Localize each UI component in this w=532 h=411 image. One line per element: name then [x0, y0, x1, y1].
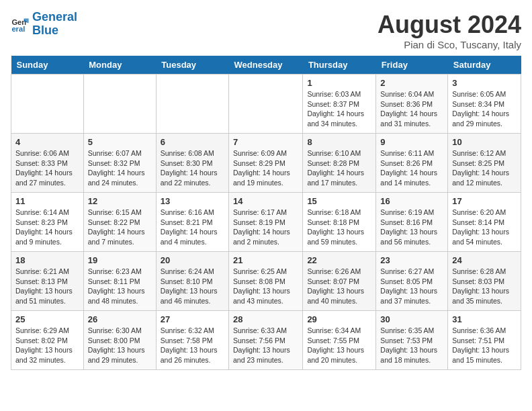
calendar-table: SundayMondayTuesdayWednesdayThursdayFrid…	[11, 56, 521, 370]
header-monday: Monday	[83, 56, 156, 75]
calendar-cell: 24Sunrise: 6:28 AM Sunset: 8:03 PM Dayli…	[448, 252, 521, 311]
day-info: Sunrise: 6:04 AM Sunset: 8:36 PM Dayligh…	[380, 89, 443, 129]
calendar-cell: 21Sunrise: 6:25 AM Sunset: 8:08 PM Dayli…	[229, 252, 303, 311]
calendar-cell	[83, 75, 156, 134]
week-row-2: 4Sunrise: 6:06 AM Sunset: 8:33 PM Daylig…	[11, 134, 521, 193]
calendar-cell: 26Sunrise: 6:30 AM Sunset: 8:00 PM Dayli…	[83, 311, 156, 370]
day-info: Sunrise: 6:11 AM Sunset: 8:26 PM Dayligh…	[380, 148, 443, 188]
logo: Gen eral General Blue	[11, 11, 77, 38]
day-number: 21	[233, 255, 298, 265]
day-info: Sunrise: 6:03 AM Sunset: 8:37 PM Dayligh…	[307, 89, 371, 129]
svg-text:eral: eral	[11, 25, 25, 33]
day-info: Sunrise: 6:17 AM Sunset: 8:19 PM Dayligh…	[233, 208, 298, 247]
day-info: Sunrise: 6:18 AM Sunset: 8:18 PM Dayligh…	[307, 208, 371, 247]
day-info: Sunrise: 6:35 AM Sunset: 7:53 PM Dayligh…	[380, 326, 443, 365]
calendar-cell: 6Sunrise: 6:08 AM Sunset: 8:30 PM Daylig…	[156, 134, 228, 193]
calendar-cell	[229, 75, 303, 134]
header-saturday: Saturday	[448, 56, 521, 75]
day-info: Sunrise: 6:06 AM Sunset: 8:33 PM Dayligh…	[15, 148, 79, 188]
day-info: Sunrise: 6:20 AM Sunset: 8:14 PM Dayligh…	[452, 208, 517, 247]
calendar-cell: 22Sunrise: 6:26 AM Sunset: 8:07 PM Dayli…	[303, 252, 376, 311]
day-number: 31	[452, 314, 517, 324]
calendar-cell: 27Sunrise: 6:32 AM Sunset: 7:58 PM Dayli…	[156, 311, 228, 370]
day-number: 9	[380, 137, 443, 147]
calendar-cell: 19Sunrise: 6:23 AM Sunset: 8:11 PM Dayli…	[83, 252, 156, 311]
day-number: 23	[380, 255, 443, 265]
day-info: Sunrise: 6:08 AM Sunset: 8:30 PM Dayligh…	[161, 148, 224, 188]
day-info: Sunrise: 6:07 AM Sunset: 8:32 PM Dayligh…	[88, 148, 152, 188]
calendar-cell: 16Sunrise: 6:19 AM Sunset: 8:16 PM Dayli…	[376, 193, 448, 252]
calendar-cell: 25Sunrise: 6:29 AM Sunset: 8:02 PM Dayli…	[11, 311, 84, 370]
location: Pian di Sco, Tuscany, Italy	[378, 39, 521, 50]
day-number: 11	[15, 196, 79, 206]
day-info: Sunrise: 6:28 AM Sunset: 8:03 PM Dayligh…	[452, 267, 517, 306]
calendar-cell: 9Sunrise: 6:11 AM Sunset: 8:26 PM Daylig…	[376, 134, 448, 193]
day-info: Sunrise: 6:25 AM Sunset: 8:08 PM Dayligh…	[233, 267, 298, 306]
day-number: 1	[307, 78, 371, 88]
day-info: Sunrise: 6:05 AM Sunset: 8:34 PM Dayligh…	[452, 89, 517, 129]
day-info: Sunrise: 6:36 AM Sunset: 7:51 PM Dayligh…	[452, 326, 517, 365]
day-info: Sunrise: 6:12 AM Sunset: 8:25 PM Dayligh…	[452, 148, 517, 188]
day-info: Sunrise: 6:09 AM Sunset: 8:29 PM Dayligh…	[233, 148, 298, 188]
month-title: August 2024	[378, 11, 521, 39]
page-header: Gen eral General Blue August 2024 Pian d…	[11, 11, 521, 50]
day-number: 14	[233, 196, 298, 206]
calendar-cell: 31Sunrise: 6:36 AM Sunset: 7:51 PM Dayli…	[448, 311, 521, 370]
day-number: 7	[233, 137, 298, 147]
day-number: 18	[15, 255, 79, 265]
calendar-cell: 13Sunrise: 6:16 AM Sunset: 8:21 PM Dayli…	[156, 193, 228, 252]
day-number: 13	[161, 196, 224, 206]
day-number: 27	[161, 314, 224, 324]
day-number: 3	[452, 78, 517, 88]
day-info: Sunrise: 6:23 AM Sunset: 8:11 PM Dayligh…	[88, 267, 152, 306]
day-info: Sunrise: 6:27 AM Sunset: 8:05 PM Dayligh…	[380, 267, 443, 306]
day-number: 29	[307, 314, 371, 324]
day-info: Sunrise: 6:15 AM Sunset: 8:22 PM Dayligh…	[88, 208, 152, 247]
calendar-cell: 1Sunrise: 6:03 AM Sunset: 8:37 PM Daylig…	[303, 75, 376, 134]
day-number: 2	[380, 78, 443, 88]
header-sunday: Sunday	[11, 56, 84, 75]
calendar-cell: 12Sunrise: 6:15 AM Sunset: 8:22 PM Dayli…	[83, 193, 156, 252]
day-number: 15	[307, 196, 371, 206]
day-number: 26	[88, 314, 152, 324]
day-info: Sunrise: 6:10 AM Sunset: 8:28 PM Dayligh…	[307, 148, 371, 188]
day-number: 30	[380, 314, 443, 324]
calendar-cell: 8Sunrise: 6:10 AM Sunset: 8:28 PM Daylig…	[303, 134, 376, 193]
day-info: Sunrise: 6:30 AM Sunset: 8:00 PM Dayligh…	[88, 326, 152, 365]
calendar-cell: 3Sunrise: 6:05 AM Sunset: 8:34 PM Daylig…	[448, 75, 521, 134]
header-friday: Friday	[376, 56, 448, 75]
day-number: 28	[233, 314, 298, 324]
day-number: 16	[380, 196, 443, 206]
day-info: Sunrise: 6:26 AM Sunset: 8:07 PM Dayligh…	[307, 267, 371, 306]
day-number: 20	[161, 255, 224, 265]
day-info: Sunrise: 6:24 AM Sunset: 8:10 PM Dayligh…	[161, 267, 224, 306]
calendar-cell: 15Sunrise: 6:18 AM Sunset: 8:18 PM Dayli…	[303, 193, 376, 252]
calendar-cell: 18Sunrise: 6:21 AM Sunset: 8:13 PM Dayli…	[11, 252, 84, 311]
day-info: Sunrise: 6:14 AM Sunset: 8:23 PM Dayligh…	[15, 208, 79, 247]
week-row-3: 11Sunrise: 6:14 AM Sunset: 8:23 PM Dayli…	[11, 193, 521, 252]
calendar-cell: 23Sunrise: 6:27 AM Sunset: 8:05 PM Dayli…	[376, 252, 448, 311]
day-number: 6	[161, 137, 224, 147]
day-number: 22	[307, 255, 371, 265]
day-number: 4	[15, 137, 79, 147]
day-number: 24	[452, 255, 517, 265]
day-info: Sunrise: 6:19 AM Sunset: 8:16 PM Dayligh…	[380, 208, 443, 247]
day-info: Sunrise: 6:34 AM Sunset: 7:55 PM Dayligh…	[307, 326, 371, 365]
week-row-1: 1Sunrise: 6:03 AM Sunset: 8:37 PM Daylig…	[11, 75, 521, 134]
calendar-cell: 17Sunrise: 6:20 AM Sunset: 8:14 PM Dayli…	[448, 193, 521, 252]
day-info: Sunrise: 6:33 AM Sunset: 7:56 PM Dayligh…	[233, 326, 298, 365]
day-info: Sunrise: 6:29 AM Sunset: 8:02 PM Dayligh…	[15, 326, 79, 365]
day-number: 5	[88, 137, 152, 147]
header-wednesday: Wednesday	[229, 56, 303, 75]
calendar-cell	[11, 75, 84, 134]
day-number: 10	[452, 137, 517, 147]
calendar-cell: 7Sunrise: 6:09 AM Sunset: 8:29 PM Daylig…	[229, 134, 303, 193]
calendar-cell	[156, 75, 228, 134]
day-number: 17	[452, 196, 517, 206]
day-number: 19	[88, 255, 152, 265]
calendar-cell: 28Sunrise: 6:33 AM Sunset: 7:56 PM Dayli…	[229, 311, 303, 370]
calendar-cell: 29Sunrise: 6:34 AM Sunset: 7:55 PM Dayli…	[303, 311, 376, 370]
calendar-cell: 10Sunrise: 6:12 AM Sunset: 8:25 PM Dayli…	[448, 134, 521, 193]
week-row-5: 25Sunrise: 6:29 AM Sunset: 8:02 PM Dayli…	[11, 311, 521, 370]
day-number: 8	[307, 137, 371, 147]
